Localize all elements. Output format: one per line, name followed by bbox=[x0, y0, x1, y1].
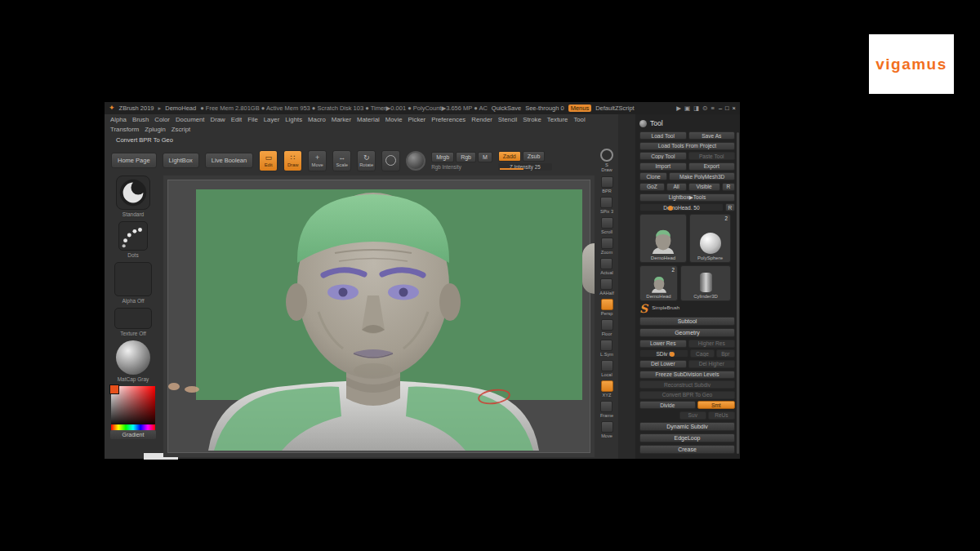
crease-section-header[interactable]: Crease bbox=[639, 445, 735, 454]
import-button[interactable]: Import bbox=[639, 162, 687, 171]
stroke-thumbnail[interactable] bbox=[118, 221, 148, 251]
reus-toggle[interactable]: ReUs bbox=[708, 411, 735, 420]
menu-marker[interactable]: Marker bbox=[332, 116, 351, 123]
cage-button[interactable]: Cage bbox=[690, 349, 714, 358]
viewport-canvas[interactable] bbox=[163, 176, 595, 457]
right-shelf-actual[interactable]: Actual bbox=[600, 258, 613, 275]
rotate-mode-button[interactable]: ↻ Rotate bbox=[357, 150, 376, 171]
tool-thumb-demohead-2[interactable]: 2 DemoHead bbox=[639, 265, 678, 301]
split-view-icon[interactable]: ◨ bbox=[693, 104, 699, 112]
lightbox-button[interactable]: LightBox bbox=[163, 153, 199, 168]
right-shelf-persp[interactable]: Persp bbox=[601, 299, 613, 316]
right-shelf-bpr[interactable]: BPR bbox=[601, 176, 613, 193]
menu-brush[interactable]: Brush bbox=[132, 116, 149, 123]
right-shelf-scroll[interactable]: Scroll bbox=[601, 217, 613, 234]
menu-draw[interactable]: Draw bbox=[211, 116, 225, 123]
right-shelf-aahalf[interactable]: AAHalf bbox=[599, 278, 613, 295]
menu-picker[interactable]: Picker bbox=[408, 116, 426, 123]
menu-color[interactable]: Color bbox=[154, 116, 170, 123]
smt-toggle[interactable]: Smt bbox=[697, 401, 735, 409]
clone-button[interactable]: Clone bbox=[639, 172, 667, 180]
live-boolean-button[interactable]: Live Boolean bbox=[205, 153, 253, 168]
copy-tool-button[interactable]: Copy Tool bbox=[639, 152, 687, 160]
menu-layer[interactable]: Layer bbox=[264, 116, 280, 123]
tool-palette-header[interactable]: Tool bbox=[639, 119, 735, 127]
move-mode-button[interactable]: + Move bbox=[308, 150, 327, 171]
tool-scrollbar[interactable] bbox=[737, 132, 739, 454]
restore-config-button[interactable]: R bbox=[725, 203, 735, 211]
close-button[interactable]: × bbox=[733, 104, 736, 112]
minimize-button[interactable]: – bbox=[719, 104, 722, 112]
menu-render[interactable]: Render bbox=[471, 116, 492, 123]
tool-thumb-simplebrush[interactable]: S SimpleBrush bbox=[639, 303, 735, 314]
paste-tool-button[interactable]: Paste Tool bbox=[688, 152, 736, 160]
export-button[interactable]: Export bbox=[688, 162, 736, 171]
tool-thumb-demohead-active[interactable]: DemoHead bbox=[639, 214, 687, 263]
menu-icon[interactable]: ≡ bbox=[711, 104, 715, 112]
load-tool-button[interactable]: Load Tool bbox=[639, 131, 687, 140]
divide-button[interactable]: Divide bbox=[639, 401, 696, 409]
load-tools-from-project-button[interactable]: Load Tools From Project bbox=[639, 142, 735, 150]
right-shelf-xyz[interactable]: XYZ bbox=[601, 380, 613, 398]
menu-alpha[interactable]: Alpha bbox=[110, 116, 127, 123]
tool-thumb-cylinder3d[interactable]: Cylinder3D bbox=[680, 265, 731, 301]
save-as-button[interactable]: Save As bbox=[688, 131, 736, 140]
right-shelf-frame[interactable]: Frame bbox=[600, 401, 613, 418]
menu-macro[interactable]: Macro bbox=[308, 116, 326, 123]
bpr-button[interactable]: Bpr bbox=[716, 349, 735, 358]
alpha-thumbnail[interactable] bbox=[114, 262, 152, 296]
secondary-model-edge[interactable] bbox=[582, 243, 595, 294]
menu-stencil[interactable]: Stencil bbox=[498, 116, 517, 123]
right-shelf-spix[interactable]: SPix 3 bbox=[600, 197, 613, 214]
make-polymesh3d-button[interactable]: Make PolyMesh3D bbox=[669, 172, 735, 180]
menu-stroke[interactable]: Stroke bbox=[523, 116, 541, 123]
edgeloop-section-header[interactable]: EdgeLoop bbox=[639, 433, 735, 442]
goz-button[interactable]: GoZ bbox=[639, 183, 665, 191]
sdiv-knob[interactable] bbox=[670, 352, 675, 357]
quicksave-button[interactable]: QuickSave bbox=[492, 104, 521, 112]
m-button[interactable]: M bbox=[478, 152, 492, 162]
material-thumbnail[interactable] bbox=[116, 340, 150, 375]
del-higher-button[interactable]: Del Higher bbox=[688, 360, 736, 368]
color-picker[interactable] bbox=[111, 386, 155, 430]
goz-all-button[interactable]: All bbox=[666, 183, 687, 191]
menu-zscript[interactable]: Zscript bbox=[172, 126, 190, 133]
focal-shift-dial[interactable] bbox=[600, 149, 613, 162]
menu-preferences[interactable]: Preferences bbox=[431, 116, 466, 123]
active-tool-slider[interactable]: DemoHead. 50 bbox=[639, 203, 724, 211]
higher-res-button[interactable]: Higher Res bbox=[688, 340, 736, 348]
right-shelf-lsym[interactable]: L.Sym bbox=[600, 340, 613, 357]
right-shelf-zoom[interactable]: Zoom bbox=[601, 238, 613, 255]
target-icon[interactable]: ⊙ bbox=[702, 104, 707, 112]
lower-res-button[interactable]: Lower Res bbox=[639, 340, 687, 348]
goz-r-button[interactable]: R bbox=[722, 183, 735, 191]
see-through-slider[interactable]: See-through 0 bbox=[525, 104, 564, 112]
scale-mode-button[interactable]: ↔ Scale bbox=[332, 150, 351, 171]
reconstruct-subdiv-button[interactable]: Reconstruct Subdiv bbox=[639, 380, 735, 389]
menu-file[interactable]: File bbox=[247, 116, 258, 123]
current-color-swatch[interactable] bbox=[109, 384, 119, 394]
menu-movie[interactable]: Movie bbox=[385, 116, 403, 123]
play-icon[interactable]: ▶ bbox=[676, 104, 681, 112]
mrgb-button[interactable]: Mrgb bbox=[431, 152, 454, 162]
grid-icon[interactable]: ▣ bbox=[684, 104, 690, 112]
geometry-section-header[interactable]: Geometry bbox=[639, 328, 735, 337]
sculpt-head-model[interactable] bbox=[204, 181, 543, 451]
sdiv-slider[interactable]: SDiv 6 bbox=[639, 349, 688, 358]
zadd-button[interactable]: Zadd bbox=[498, 151, 521, 162]
menu-texture[interactable]: Texture bbox=[547, 116, 568, 123]
menu-tool[interactable]: Tool bbox=[573, 116, 585, 123]
right-shelf-floor[interactable]: Floor bbox=[601, 319, 613, 336]
menu-material[interactable]: Material bbox=[357, 116, 380, 123]
del-lower-button[interactable]: Del Lower bbox=[639, 360, 687, 368]
menus-toggle[interactable]: Menus bbox=[568, 104, 592, 112]
hue-strip[interactable] bbox=[111, 424, 155, 430]
lightbox-tools-button[interactable]: Lightbox▶Tools bbox=[639, 193, 735, 202]
menu-edit[interactable]: Edit bbox=[231, 116, 242, 123]
menu-lights[interactable]: Lights bbox=[285, 116, 302, 123]
menu-transform[interactable]: Transform bbox=[110, 126, 139, 133]
menu-document[interactable]: Document bbox=[176, 116, 205, 123]
suv-toggle[interactable]: Suv bbox=[679, 411, 706, 420]
rgb-button[interactable]: Rgb bbox=[456, 152, 476, 162]
stroke-preview-button[interactable] bbox=[381, 150, 400, 171]
